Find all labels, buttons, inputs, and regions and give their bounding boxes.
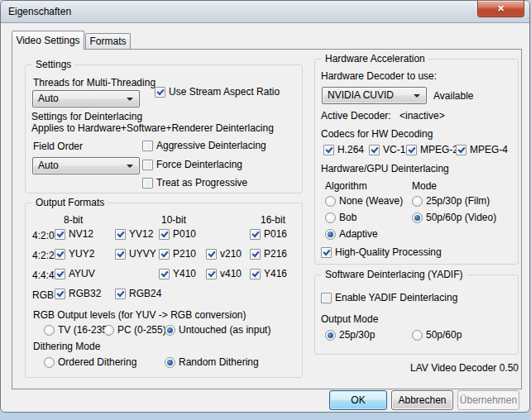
yadif-25p30p-radio[interactable]: 25p/30p [325, 329, 375, 341]
y410-label: Y410 [173, 268, 196, 279]
nv12-checkbox[interactable]: NV12 [55, 228, 93, 240]
high-quality-processing-checkbox-box[interactable] [321, 247, 332, 258]
y410-checkbox[interactable]: Y410 [159, 268, 196, 279]
use-stream-aspect-ratio-checkbox-box[interactable] [155, 87, 165, 98]
force-deinterlacing-checkbox[interactable]: Force Deinterlacing [142, 159, 242, 170]
vc1-checkbox-box[interactable] [369, 145, 380, 155]
v210-checkbox[interactable]: v210 [206, 248, 242, 260]
mode-film-radio-circle[interactable] [412, 196, 423, 207]
vc1-checkbox[interactable]: VC-1 [369, 144, 405, 155]
mode-film-radio[interactable]: 25p/30p (Film) [412, 195, 490, 207]
enable-yadif-checkbox-box[interactable] [321, 293, 332, 303]
tv-levels-radio[interactable]: TV (16-235) [44, 324, 111, 336]
y410-checkbox-box[interactable] [159, 269, 170, 279]
ordered-dithering-radio-circle[interactable] [44, 357, 55, 368]
threads-combobox[interactable]: Auto [32, 90, 140, 107]
column-header-10bit: 10-bit [161, 214, 186, 226]
output-formats-group-title: Output Formats [32, 197, 108, 209]
p210-checkbox-box[interactable] [159, 249, 170, 260]
version-label: LAV Video Decoder 0.50 [314, 362, 519, 374]
high-quality-processing-checkbox[interactable]: High-Quality Processing [321, 246, 442, 258]
algorithm-adaptive-radio-circle[interactable] [325, 229, 336, 240]
pc-levels-radio[interactable]: PC (0-255) [103, 324, 166, 336]
rgb32-checkbox-box[interactable] [55, 289, 65, 299]
field-order-combobox[interactable]: Auto [32, 157, 140, 174]
algorithm-none-radio[interactable]: None (Weave) [325, 195, 403, 207]
p016-checkbox-box[interactable] [250, 229, 261, 240]
p210-checkbox[interactable]: P210 [159, 248, 196, 260]
untouched-levels-radio[interactable]: Untouched (as input) [165, 324, 270, 336]
force-deinterlacing-checkbox-box[interactable] [142, 160, 153, 170]
yadif-50p60p-label: 50p/60p [426, 329, 462, 341]
algorithm-none-radio-circle[interactable] [325, 196, 336, 207]
codecs-heading: Codecs for HW Decoding [321, 128, 433, 140]
uyvy-checkbox-box[interactable] [115, 249, 126, 260]
rgb32-checkbox[interactable]: RGB32 [55, 288, 101, 299]
ayuv-checkbox-box[interactable] [55, 269, 65, 279]
ok-button[interactable]: OK [329, 390, 387, 410]
aggressive-deinterlacing-checkbox-box[interactable] [142, 141, 153, 151]
yadif-50p60p-radio[interactable]: 50p/60p [412, 329, 462, 341]
p010-checkbox[interactable]: P010 [159, 228, 196, 240]
rgb24-checkbox-box[interactable] [115, 289, 126, 299]
aggressive-deinterlacing-checkbox[interactable]: Aggressive Deinterlacing [142, 140, 266, 151]
p216-checkbox-box[interactable] [250, 249, 261, 260]
tab-video-settings[interactable]: Video Settings [12, 31, 84, 50]
yadif-25p30p-radio-circle[interactable] [325, 330, 336, 341]
h264-checkbox[interactable]: H.264 [323, 144, 364, 155]
yv12-checkbox[interactable]: YV12 [115, 228, 153, 240]
rgb24-checkbox[interactable]: RGB24 [115, 288, 161, 299]
untouched-levels-radio-circle[interactable] [165, 325, 175, 336]
mode-video-radio-circle[interactable] [412, 212, 423, 223]
algorithm-adaptive-radio[interactable]: Adaptive [325, 228, 378, 240]
treat-as-progressive-checkbox[interactable]: Treat as Progressive [142, 177, 247, 189]
enable-yadif-checkbox[interactable]: Enable YADIF Deinterlacing [321, 292, 457, 303]
apply-button[interactable]: Übernehmen [457, 390, 519, 410]
y416-checkbox[interactable]: Y416 [250, 268, 287, 279]
yv12-checkbox-box[interactable] [115, 229, 126, 240]
yuy2-checkbox[interactable]: YUY2 [55, 248, 94, 260]
rgb32-label: RGB32 [69, 288, 101, 299]
h264-checkbox-box[interactable] [323, 145, 334, 155]
yuy2-checkbox-box[interactable] [55, 249, 65, 260]
v210-checkbox-box[interactable] [206, 249, 217, 260]
hw-decoder-combobox[interactable]: NVIDIA CUVID [322, 87, 427, 104]
mpeg2-checkbox-box[interactable] [406, 145, 417, 155]
tv-levels-radio-circle[interactable] [44, 325, 55, 336]
threads-label: Threads for Multi-Threading [33, 77, 155, 88]
tab-formats[interactable]: Formats [85, 33, 131, 50]
yadif-50p60p-radio-circle[interactable] [412, 330, 423, 341]
v410-checkbox-box[interactable] [206, 269, 217, 279]
ayuv-checkbox[interactable]: AYUV [55, 268, 95, 279]
nv12-checkbox-box[interactable] [55, 229, 65, 240]
mpeg4-checkbox-box[interactable] [456, 145, 466, 155]
settings-group-title: Settings [32, 59, 74, 71]
mpeg2-checkbox[interactable]: MPEG-2 [406, 144, 458, 155]
p216-checkbox[interactable]: P216 [250, 248, 287, 260]
algorithm-bob-radio-circle[interactable] [325, 212, 336, 223]
pc-levels-radio-circle[interactable] [103, 325, 114, 336]
row-label-444: 4:4:4 [32, 270, 55, 281]
cancel-button[interactable]: Abbrechen [391, 390, 453, 410]
threads-combobox-value: Auto [38, 93, 59, 104]
v410-checkbox[interactable]: v410 [206, 268, 242, 279]
dithering-mode-heading: Dithering Mode [33, 341, 100, 352]
y416-checkbox-box[interactable] [250, 269, 261, 279]
uyvy-label: UYVY [129, 248, 156, 260]
mpeg2-label: MPEG-2 [420, 144, 458, 155]
use-stream-aspect-ratio-checkbox[interactable]: Use Stream Aspect Ratio [155, 86, 280, 98]
nv12-label: NV12 [69, 228, 93, 240]
p016-checkbox[interactable]: P016 [250, 228, 287, 240]
p010-checkbox-box[interactable] [159, 229, 170, 240]
ordered-dithering-radio[interactable]: Ordered Dithering [44, 356, 136, 368]
mode-video-radio[interactable]: 50p/60p (Video) [412, 212, 496, 223]
algorithm-bob-radio[interactable]: Bob [325, 212, 356, 223]
uyvy-checkbox[interactable]: UYVY [115, 248, 156, 260]
random-dithering-radio-circle[interactable] [165, 357, 175, 368]
random-dithering-radio[interactable]: Random Dithering [165, 356, 259, 368]
treat-as-progressive-checkbox-box[interactable] [142, 178, 153, 189]
aggressive-deinterlacing-label: Aggressive Deinterlacing [156, 140, 266, 151]
apply-button-label: Übernehmen [460, 394, 517, 406]
close-button[interactable]: ✕ [477, 1, 524, 17]
mpeg4-checkbox[interactable]: MPEG-4 [456, 144, 508, 155]
